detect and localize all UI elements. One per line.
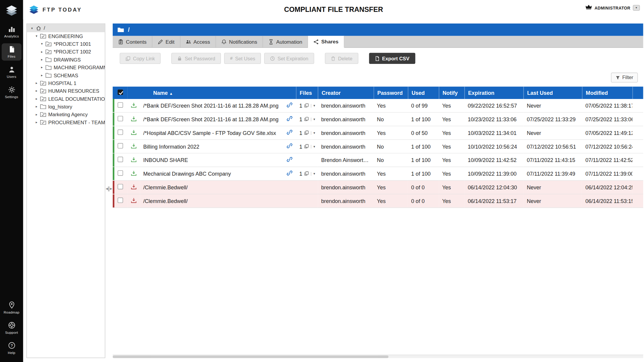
- column-header-last-used[interactable]: Last Used: [524, 86, 582, 99]
- tree-caret-icon[interactable]: ▸: [40, 73, 44, 77]
- tree-caret-icon[interactable]: ▸: [35, 113, 38, 116]
- panel-resize-handle[interactable]: ◀▶: [106, 186, 112, 191]
- files-dropdown[interactable]: 1 ▾: [299, 130, 315, 136]
- table-row[interactable]: /Clemmie.Bedwell/ ▾ brendon.ainsworth Ye…: [113, 194, 643, 208]
- set-password-button[interactable]: Set Password: [171, 53, 221, 64]
- column-header-files[interactable]: Files: [296, 86, 318, 99]
- tab-edit[interactable]: Edit: [152, 36, 180, 48]
- table-row[interactable]: /*Bank DEF/Screen Shot 2021-11-16 at 11.…: [113, 113, 643, 126]
- copy-icon[interactable]: [304, 171, 309, 177]
- filter-button[interactable]: Filter: [611, 73, 638, 82]
- tree-item[interactable]: ▾ ENGINEERING: [27, 32, 105, 40]
- table-row[interactable]: /*Hospital ABC/CSV Sample - FTP Today GO…: [113, 126, 643, 140]
- sidebar-item-files[interactable]: Files: [2, 43, 22, 61]
- copy-icon[interactable]: [304, 103, 309, 109]
- files-caret-icon[interactable]: ▾: [311, 172, 315, 175]
- table-row[interactable]: Billing Information 2022 1 ▾ brendon.ain…: [113, 140, 643, 153]
- files-caret-icon[interactable]: ▾: [311, 104, 315, 107]
- sidebar-item-analytics[interactable]: Analytics: [2, 23, 22, 40]
- column-header-password[interactable]: Password: [374, 86, 408, 99]
- share-link-icon[interactable]: [286, 144, 293, 150]
- row-checkbox[interactable]: [117, 143, 123, 149]
- tab-contents[interactable]: Contents: [113, 36, 152, 48]
- caret-down-icon[interactable]: ▾: [30, 26, 34, 30]
- tree-item[interactable]: ▸ DRAWINGS: [27, 56, 105, 63]
- tree-caret-icon[interactable]: ▸: [40, 66, 44, 69]
- share-link-icon[interactable]: [286, 117, 293, 123]
- tree-item[interactable]: ▸ PROCUREMENT - TEAM 1: [27, 118, 105, 126]
- files-dropdown[interactable]: 1 ▾: [299, 103, 315, 109]
- row-checkbox[interactable]: [117, 184, 123, 189]
- files-caret-icon[interactable]: ▾: [311, 131, 315, 135]
- tree-item[interactable]: ▸ HOSPITAL 1: [27, 79, 105, 87]
- share-type-cell: [128, 126, 140, 140]
- set-expiration-button[interactable]: Set Expiration: [264, 53, 314, 64]
- sidebar-item-support[interactable]: Support: [2, 319, 22, 336]
- copy-icon[interactable]: [304, 130, 309, 136]
- table-row[interactable]: /*Bank DEF/Screen Shot 2021-11-16 at 11.…: [113, 99, 643, 113]
- tree-caret-icon[interactable]: ▸: [35, 81, 38, 85]
- column-header-used[interactable]: Used: [408, 86, 439, 99]
- tab-notifications[interactable]: Notifications: [216, 36, 263, 48]
- column-header-modified[interactable]: Modified: [582, 86, 632, 99]
- tab-access[interactable]: Access: [180, 36, 216, 48]
- tree-item[interactable]: ▸ log_history: [27, 103, 105, 111]
- tab-shares[interactable]: Shares: [308, 36, 344, 48]
- column-header-expiration[interactable]: Expiration: [464, 86, 523, 99]
- scrollbar-thumb[interactable]: [113, 355, 388, 358]
- sidebar-item-settings[interactable]: Settings: [2, 84, 22, 101]
- row-checkbox[interactable]: [117, 170, 123, 176]
- set-uses-button[interactable]: # Set Uses: [224, 53, 261, 64]
- row-checkbox[interactable]: [117, 116, 123, 121]
- delete-button[interactable]: Delete: [325, 53, 358, 64]
- copy-icon[interactable]: [304, 116, 309, 122]
- column-header-notify[interactable]: Notify: [439, 86, 464, 99]
- row-checkbox[interactable]: [117, 130, 123, 135]
- share-link-icon[interactable]: [286, 130, 293, 137]
- account-caret-button[interactable]: ▾: [633, 5, 640, 11]
- copy-icon[interactable]: [304, 143, 309, 149]
- tree-item[interactable]: ▸ MACHINE PROGRAMMING: [27, 64, 105, 71]
- tree-caret-icon[interactable]: ▾: [40, 42, 44, 46]
- tree-caret-icon[interactable]: ▸: [35, 105, 38, 108]
- row-checkbox[interactable]: [117, 157, 123, 162]
- share-link-icon[interactable]: [286, 158, 293, 164]
- table-row[interactable]: Mechanical Drawings ABC Company 1 ▾ bren…: [113, 167, 643, 181]
- share-link-icon[interactable]: [286, 103, 293, 109]
- files-dropdown[interactable]: 1 ▾: [299, 171, 315, 177]
- tree-item[interactable]: ▸ LEGAL DOCUMENTATION: [27, 95, 105, 103]
- tree-caret-icon[interactable]: ▸: [40, 58, 44, 61]
- column-header-name[interactable]: Name ▲: [128, 86, 296, 99]
- app-logo-icon[interactable]: [4, 3, 18, 17]
- table-row[interactable]: INBOUND SHARE ▾ Brendon Ainsworth - ... …: [113, 153, 643, 167]
- row-checkbox[interactable]: [117, 198, 123, 203]
- files-dropdown[interactable]: 1 ▾: [299, 116, 315, 122]
- tree-item[interactable]: ▸ *PROJECT 1002: [27, 48, 105, 56]
- tree-item[interactable]: ▸ HUMAN RESOURCES: [27, 87, 105, 95]
- tree-root-item[interactable]: ▾ /: [27, 24, 105, 32]
- export-csv-button[interactable]: Export CSV: [369, 53, 415, 64]
- tree-item[interactable]: ▸ SCHEMAS: [27, 71, 105, 79]
- tree-caret-icon[interactable]: ▾: [35, 34, 38, 38]
- files-dropdown[interactable]: 1 ▾: [299, 143, 315, 149]
- tree-caret-icon[interactable]: ▸: [35, 89, 38, 93]
- table-row[interactable]: /Clemmie.Bedwell/ ▾ brendon.ainsworth Ye…: [113, 181, 643, 194]
- sidebar-item-help[interactable]: ? Help: [2, 339, 22, 357]
- tree-item[interactable]: ▾ *PROJECT 1001: [27, 40, 105, 48]
- sidebar-item-users[interactable]: Users: [2, 64, 22, 81]
- sidebar-item-roadmap[interactable]: Roadmap: [2, 299, 22, 316]
- select-all-checkbox[interactable]: [117, 89, 123, 95]
- tree-caret-icon[interactable]: ▸: [35, 120, 38, 124]
- folder-icon: [40, 81, 47, 86]
- tree-item[interactable]: ▸ Marketing Agency: [27, 111, 105, 118]
- column-header-creator[interactable]: Creator: [318, 86, 374, 99]
- copy-link-button[interactable]: Copy Link: [120, 53, 161, 64]
- tab-automation[interactable]: Automation: [263, 36, 308, 48]
- files-caret-icon[interactable]: ▾: [311, 144, 315, 148]
- tree-caret-icon[interactable]: ▸: [35, 97, 38, 100]
- files-caret-icon[interactable]: ▾: [311, 117, 315, 121]
- share-link-icon[interactable]: [286, 171, 293, 177]
- row-checkbox[interactable]: [117, 102, 123, 108]
- tree-caret-icon[interactable]: ▸: [40, 50, 44, 53]
- account-menu[interactable]: ADMINISTRATOR ▾: [585, 4, 640, 12]
